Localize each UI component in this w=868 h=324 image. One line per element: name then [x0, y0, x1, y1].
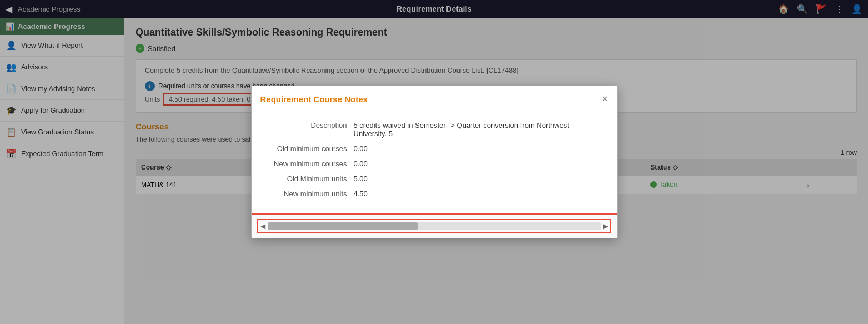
scroll-thumb	[268, 222, 418, 230]
requirement-course-notes-modal: Requirement Course Notes × Description 5…	[251, 86, 618, 238]
modal-description-row: Description 5 credits waived in Semester…	[265, 121, 604, 138]
modal-overlay: Requirement Course Notes × Description 5…	[0, 0, 868, 324]
modal-old-min-courses-value: 0.00	[354, 144, 604, 153]
modal-description-label: Description	[265, 121, 354, 138]
modal-title: Requirement Course Notes	[260, 94, 368, 104]
modal-header: Requirement Course Notes ×	[252, 86, 617, 112]
modal-footer: ◀ ▶	[252, 213, 617, 238]
modal-close-button[interactable]: ×	[602, 94, 608, 104]
modal-new-min-courses-value: 0.00	[354, 159, 604, 168]
modal-body: Description 5 credits waived in Semester…	[252, 112, 617, 213]
modal-old-min-courses-label: Old minimum courses	[265, 144, 354, 153]
modal-old-min-units-value: 5.00	[354, 175, 604, 183]
modal-new-min-courses-label: New minimum courses	[265, 159, 354, 168]
scrollbar-area[interactable]: ◀ ▶	[257, 219, 611, 233]
scroll-right-arrow[interactable]: ▶	[603, 222, 608, 230]
modal-new-min-units-row: New minimum units 4.50	[265, 190, 604, 198]
modal-new-min-units-value: 4.50	[354, 190, 604, 198]
scroll-left-arrow[interactable]: ◀	[260, 222, 265, 230]
modal-old-min-units-label: Old Minimum units	[265, 175, 354, 183]
modal-description-value: 5 credits waived in Semester--> Quarter …	[354, 121, 604, 138]
modal-old-min-courses-row: Old minimum courses 0.00	[265, 144, 604, 153]
scroll-track[interactable]	[268, 222, 601, 230]
modal-old-min-units-row: Old Minimum units 5.00	[265, 175, 604, 183]
modal-new-min-courses-row: New minimum courses 0.00	[265, 159, 604, 168]
modal-new-min-units-label: New minimum units	[265, 190, 354, 198]
